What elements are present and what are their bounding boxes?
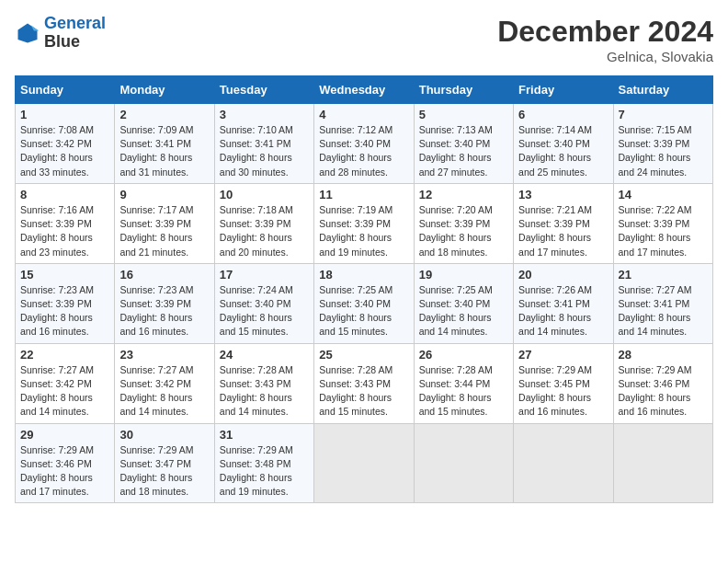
calendar-day-cell: 16Sunrise: 7:23 AMSunset: 3:39 PMDayligh… [115,263,214,343]
weekday-header-cell: Thursday [414,76,513,104]
location: Gelnica, Slovakia [497,49,713,64]
day-info: Sunrise: 7:26 AMSunset: 3:41 PMDaylight:… [518,284,592,338]
day-number: 16 [119,268,209,282]
calendar-day-cell: 24Sunrise: 7:28 AMSunset: 3:43 PMDayligh… [214,343,313,423]
calendar-day-cell: 23Sunrise: 7:27 AMSunset: 3:42 PMDayligh… [115,343,214,423]
day-number: 10 [220,188,309,201]
day-number: 7 [619,108,708,121]
calendar-day-cell: 3Sunrise: 7:10 AMSunset: 3:41 PMDaylight… [214,104,313,184]
day-info: Sunrise: 7:12 AMSunset: 3:40 PMDaylight:… [319,124,392,178]
day-number: 15 [20,268,109,282]
calendar-day-cell: 18Sunrise: 7:25 AMSunset: 3:40 PMDayligh… [314,263,414,343]
day-info: Sunrise: 7:17 AMSunset: 3:39 PMDaylight:… [119,204,193,258]
calendar-day-cell: 11Sunrise: 7:19 AMSunset: 3:39 PMDayligh… [314,183,414,263]
day-number: 20 [518,268,608,282]
calendar-week-row: 8Sunrise: 7:16 AMSunset: 3:39 PMDaylight… [16,183,713,263]
day-number: 27 [518,348,608,362]
day-number: 14 [619,188,708,201]
logo: GeneralBlue [15,15,106,52]
day-info: Sunrise: 7:15 AMSunset: 3:39 PMDaylight:… [619,124,692,178]
day-number: 28 [619,348,708,362]
calendar-day-cell: 10Sunrise: 7:18 AMSunset: 3:39 PMDayligh… [214,183,313,263]
calendar-day-cell: 22Sunrise: 7:27 AMSunset: 3:42 PMDayligh… [16,343,115,423]
day-number: 8 [20,188,109,201]
day-number: 31 [220,428,309,442]
day-info: Sunrise: 7:18 AMSunset: 3:39 PMDaylight:… [220,204,293,258]
month-title: December 2024 [497,15,713,49]
day-number: 5 [419,108,508,121]
day-info: Sunrise: 7:13 AMSunset: 3:40 PMDaylight:… [419,124,493,178]
day-info: Sunrise: 7:23 AMSunset: 3:39 PMDaylight:… [119,284,193,338]
day-info: Sunrise: 7:25 AMSunset: 3:40 PMDaylight:… [419,284,493,338]
day-number: 25 [319,348,408,362]
day-number: 22 [20,348,109,362]
calendar-body: 1Sunrise: 7:08 AMSunset: 3:42 PMDaylight… [16,104,713,503]
day-info: Sunrise: 7:23 AMSunset: 3:39 PMDaylight:… [20,284,94,338]
day-number: 12 [419,188,508,201]
calendar-table: SundayMondayTuesdayWednesdayThursdayFrid… [15,75,713,503]
logo-icon [15,20,40,46]
day-number: 21 [619,268,708,282]
day-number: 18 [319,268,408,282]
weekday-header-cell: Wednesday [314,76,414,104]
day-number: 17 [220,268,309,282]
calendar-day-cell [314,423,414,503]
day-info: Sunrise: 7:29 AMSunset: 3:46 PMDaylight:… [20,444,94,498]
day-info: Sunrise: 7:29 AMSunset: 3:48 PMDaylight:… [220,444,293,498]
day-number: 11 [319,188,408,201]
day-info: Sunrise: 7:29 AMSunset: 3:47 PMDaylight:… [119,444,193,498]
calendar-week-row: 29Sunrise: 7:29 AMSunset: 3:46 PMDayligh… [16,423,713,503]
weekday-header-cell: Sunday [16,76,115,104]
calendar-day-cell: 14Sunrise: 7:22 AMSunset: 3:39 PMDayligh… [613,183,712,263]
calendar-day-cell [414,423,513,503]
calendar-day-cell: 25Sunrise: 7:28 AMSunset: 3:43 PMDayligh… [314,343,414,423]
day-info: Sunrise: 7:27 AMSunset: 3:42 PMDaylight:… [20,364,94,418]
day-info: Sunrise: 7:20 AMSunset: 3:39 PMDaylight:… [419,204,493,258]
day-number: 23 [119,348,209,362]
title-block: December 2024 Gelnica, Slovakia [497,15,713,64]
calendar-day-cell: 19Sunrise: 7:25 AMSunset: 3:40 PMDayligh… [414,263,513,343]
svg-marker-0 [18,23,38,42]
weekday-header-cell: Monday [115,76,214,104]
calendar-day-cell: 5Sunrise: 7:13 AMSunset: 3:40 PMDaylight… [414,104,513,184]
calendar-day-cell: 1Sunrise: 7:08 AMSunset: 3:42 PMDaylight… [16,104,115,184]
calendar-day-cell: 21Sunrise: 7:27 AMSunset: 3:41 PMDayligh… [613,263,712,343]
day-number: 1 [20,108,109,121]
day-info: Sunrise: 7:28 AMSunset: 3:44 PMDaylight:… [419,364,493,418]
day-info: Sunrise: 7:28 AMSunset: 3:43 PMDaylight:… [319,364,392,418]
calendar-day-cell: 6Sunrise: 7:14 AMSunset: 3:40 PMDaylight… [514,104,613,184]
calendar-day-cell: 15Sunrise: 7:23 AMSunset: 3:39 PMDayligh… [16,263,115,343]
logo-text: GeneralBlue [44,15,106,52]
calendar-day-cell: 4Sunrise: 7:12 AMSunset: 3:40 PMDaylight… [314,104,414,184]
weekday-header-cell: Friday [514,76,613,104]
calendar-day-cell: 26Sunrise: 7:28 AMSunset: 3:44 PMDayligh… [414,343,513,423]
day-info: Sunrise: 7:27 AMSunset: 3:41 PMDaylight:… [619,284,692,338]
day-info: Sunrise: 7:16 AMSunset: 3:39 PMDaylight:… [20,204,94,258]
day-info: Sunrise: 7:21 AMSunset: 3:39 PMDaylight:… [518,204,592,258]
day-number: 24 [220,348,309,362]
day-number: 30 [119,428,209,442]
calendar-day-cell: 13Sunrise: 7:21 AMSunset: 3:39 PMDayligh… [514,183,613,263]
calendar-day-cell [613,423,712,503]
day-number: 6 [518,108,608,121]
day-info: Sunrise: 7:08 AMSunset: 3:42 PMDaylight:… [20,124,94,178]
weekday-header-cell: Saturday [613,76,712,104]
day-number: 2 [119,108,209,121]
calendar-day-cell: 27Sunrise: 7:29 AMSunset: 3:45 PMDayligh… [514,343,613,423]
day-info: Sunrise: 7:29 AMSunset: 3:45 PMDaylight:… [518,364,592,418]
calendar-week-row: 1Sunrise: 7:08 AMSunset: 3:42 PMDaylight… [16,104,713,184]
day-info: Sunrise: 7:14 AMSunset: 3:40 PMDaylight:… [518,124,592,178]
day-info: Sunrise: 7:25 AMSunset: 3:40 PMDaylight:… [319,284,392,338]
calendar-day-cell: 31Sunrise: 7:29 AMSunset: 3:48 PMDayligh… [214,423,313,503]
calendar-day-cell: 29Sunrise: 7:29 AMSunset: 3:46 PMDayligh… [16,423,115,503]
day-number: 13 [518,188,608,201]
day-info: Sunrise: 7:24 AMSunset: 3:40 PMDaylight:… [220,284,293,338]
calendar-day-cell: 8Sunrise: 7:16 AMSunset: 3:39 PMDaylight… [16,183,115,263]
calendar-day-cell: 7Sunrise: 7:15 AMSunset: 3:39 PMDaylight… [613,104,712,184]
day-info: Sunrise: 7:10 AMSunset: 3:41 PMDaylight:… [220,124,293,178]
calendar-day-cell: 17Sunrise: 7:24 AMSunset: 3:40 PMDayligh… [214,263,313,343]
calendar-day-cell: 30Sunrise: 7:29 AMSunset: 3:47 PMDayligh… [115,423,214,503]
calendar-week-row: 15Sunrise: 7:23 AMSunset: 3:39 PMDayligh… [16,263,713,343]
calendar-day-cell: 20Sunrise: 7:26 AMSunset: 3:41 PMDayligh… [514,263,613,343]
day-number: 9 [119,188,209,201]
